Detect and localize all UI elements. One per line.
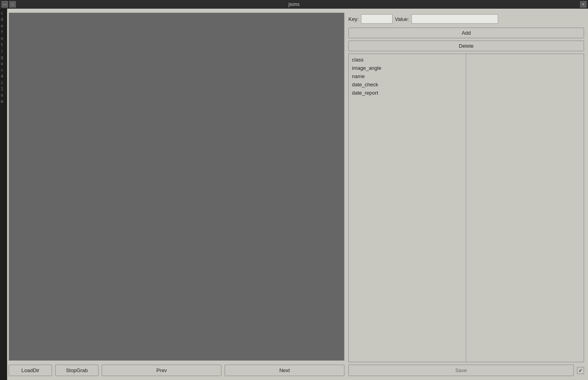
right-bottom: Save ✓ — [348, 365, 584, 376]
bottom-buttons: LoadDir StopGrab Prev Next — [9, 361, 344, 376]
key-input[interactable] — [361, 14, 393, 24]
main-container: cdofot)goc4i1om LoadDir StopGrab Prev Ne… — [0, 9, 588, 380]
value-input[interactable] — [411, 14, 498, 24]
next-button[interactable]: Next — [225, 365, 344, 376]
delete-button[interactable]: Delete — [348, 41, 584, 51]
kv-row: Key: Value: — [348, 13, 584, 25]
minimize-button[interactable]: — — [2, 1, 8, 7]
save-button[interactable]: Save — [348, 365, 574, 376]
checkbox[interactable]: ✓ — [577, 367, 584, 374]
window-title: jsons — [288, 2, 300, 7]
image-canvas — [9, 13, 344, 361]
add-button[interactable]: Add — [348, 28, 584, 38]
stopgrab-button[interactable]: StopGrab — [55, 365, 99, 376]
list-item[interactable]: date_report — [349, 89, 466, 97]
fields-keys-panel: classimage_anglenamedate_checkdate_repor… — [349, 54, 466, 362]
key-label: Key: — [348, 16, 359, 22]
close-button[interactable]: ✕ — [580, 1, 586, 7]
code-background: cdofot)goc4i1om — [0, 9, 7, 380]
checkbox-area: ✓ — [577, 367, 584, 374]
code-bg-text: cdofot)goc4i1om — [0, 9, 7, 106]
list-item[interactable]: image_angle — [349, 64, 466, 72]
list-item[interactable]: date_check — [349, 80, 466, 89]
prev-button[interactable]: Prev — [102, 365, 221, 376]
left-panel: LoadDir StopGrab Prev Next — [9, 13, 344, 376]
fields-values-panel — [466, 54, 584, 362]
list-item[interactable]: class — [349, 56, 466, 64]
title-bar-controls: — □ — [2, 1, 16, 7]
value-label: Value: — [395, 16, 409, 22]
list-item[interactable]: name — [349, 72, 466, 80]
right-panel: Key: Value: Add Delete classimage_anglen… — [348, 13, 584, 376]
maximize-button[interactable]: □ — [9, 1, 16, 7]
fields-container: classimage_anglenamedate_checkdate_repor… — [348, 54, 584, 362]
loaddir-button[interactable]: LoadDir — [9, 365, 52, 376]
title-bar: — □ jsons ✕ — [0, 0, 588, 9]
